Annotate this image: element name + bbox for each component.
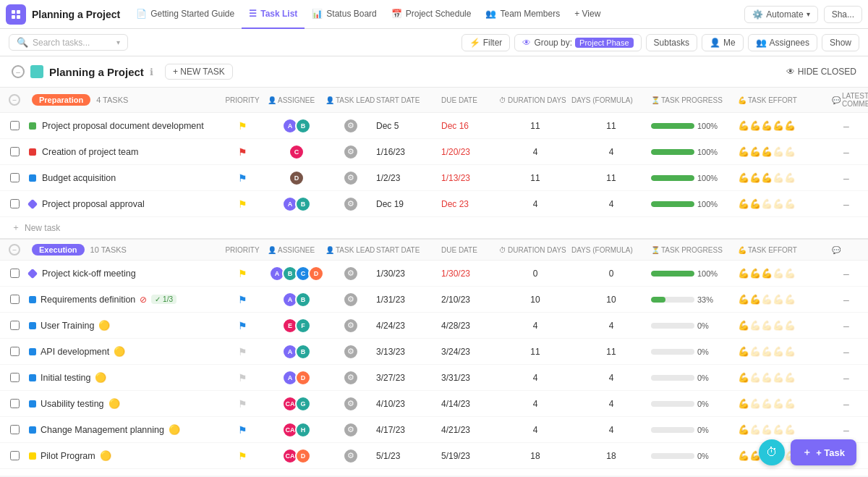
tab-getting-started[interactable]: 📄 Getting Started Guide [129,0,242,29]
task-checkbox[interactable] [10,373,20,382]
tab-team-members[interactable]: 👥 Team Members [478,0,567,29]
task-name[interactable]: Project proposal approval [42,199,145,209]
section-execution: – Execution 10 TASKS PRIORITY 👤ASSIGNEE … [0,238,868,476]
task-checkbox[interactable] [10,199,20,208]
app-logo[interactable] [6,4,26,25]
col-assignee-exec: 👤ASSIGNEE [268,246,326,254]
prep-task-count: 4 TASKS [96,96,128,104]
new-task-button[interactable]: + NEW TASK [165,64,233,80]
task-checkbox[interactable] [10,321,20,330]
me-button[interactable]: 👤 Me [702,34,744,51]
task-checkbox[interactable] [10,269,20,278]
duration: 4 [499,199,571,209]
status-board-icon: 📊 [312,9,323,19]
show-button[interactable]: Show [822,34,859,51]
automate-button[interactable]: ⚙️ Automate ▾ [744,6,817,23]
table-row: Initial testing 🟡 ⚑ A D ⚙ 3/27/23 3/31/2… [0,365,868,391]
filter-button[interactable]: ⚡ Filter [461,34,511,51]
priority-flag[interactable]: ⚑ [238,268,247,279]
task-checkbox[interactable] [10,295,20,304]
chevron-down-icon: ▾ [116,38,120,46]
start-date: Dec 19 [376,199,441,209]
page-title: Planning a Project [49,66,144,78]
task-checkbox[interactable] [10,121,20,130]
priority-flag[interactable]: ⚑ [238,120,247,132]
section-header-preparation: – Preparation 4 TASKS PRIORITY 👤ASSIGNEE… [0,88,868,113]
team-icon: 👥 [485,9,496,19]
task-color-dot [29,174,36,182]
timer-button[interactable]: ⏱ [759,439,785,465]
hide-closed-button[interactable]: 👁 HIDE CLOSED [786,67,856,77]
priority-flag[interactable]: ⚑ [238,146,247,158]
table-row: Requirements definition ⊘ ✓ 1/3 ⚑ A B ⚙ … [0,287,868,313]
task-name[interactable]: Usability testing [41,399,104,409]
task-checkbox[interactable] [10,347,20,356]
table-row: Project kick-off meeting ⚑ A B C D ⚙ 1/3… [0,261,868,287]
schedule-icon: 📅 [391,9,402,19]
subtask-badge[interactable]: ✓ 1/3 [151,295,176,304]
search-box[interactable]: 🔍 Search tasks... ▾ [9,34,128,51]
task-name[interactable]: Budget acquisition [42,173,116,183]
group-by-button[interactable]: 👁 Group by: Project Phase [514,34,641,51]
start-date: 1/2/23 [376,173,441,183]
priority-flag[interactable]: ⚑ [238,294,247,305]
task-checkbox[interactable] [10,173,20,182]
subtasks-button[interactable]: Subtasks [646,34,697,51]
task-name[interactable]: Project proposal document development [42,121,204,131]
due-date: Dec 23 [441,199,499,209]
section-collapse-exec[interactable]: – [0,244,29,256]
tab-status-board[interactable]: 📊 Status Board [305,0,383,29]
days-formula: 11 [571,121,651,131]
section-preparation: – Preparation 4 TASKS PRIORITY 👤ASSIGNEE… [0,88,868,238]
task-name[interactable]: Project kick-off meeting [42,269,136,279]
task-color-dot [27,268,38,278]
assignees-icon: 👥 [756,38,767,48]
tab-view-add[interactable]: + View [567,0,608,29]
col-start-exec: START DATE [376,246,441,254]
toolbar: 🔍 Search tasks... ▾ ⚡ Filter 👁 Group by:… [0,29,868,56]
section-collapse-prep[interactable]: – [0,94,29,106]
task-name[interactable]: Requirements definition [41,295,135,305]
table-row: Project proposal document development ⚑ … [0,113,868,139]
execution-badge: Execution [32,244,85,256]
priority-flag[interactable]: ⚑ [238,172,247,184]
new-task-row[interactable]: ＋ New task [0,217,868,238]
col-task-effort: 💪TASK EFFORT [738,96,832,104]
progress-cell: 100% [651,174,738,182]
task-name[interactable]: Creation of project team [42,147,138,157]
task-lead-avatar: ⚙ [343,196,359,212]
task-name[interactable]: Change Management planning [41,425,164,435]
col-due-exec: DUE DATE [441,246,499,254]
task-name[interactable]: Pilot Program [41,451,95,461]
info-icon[interactable]: ℹ [150,67,153,77]
priority-flag[interactable]: ⚑ [238,198,247,210]
task-lead-avatar: ⚙ [343,118,359,134]
me-icon: 👤 [710,38,720,48]
progress-cell: 100% [651,200,738,208]
task-list-icon: ☰ [249,9,257,19]
task-checkbox[interactable] [10,399,20,408]
task-name[interactable]: Initial testing [41,373,90,383]
collapse-circle[interactable]: – [12,65,25,78]
svg-rect-1 [17,10,20,14]
tab-task-list[interactable]: ☰ Task List [242,0,305,29]
top-nav: Planning a Project 📄 Getting Started Gui… [0,0,868,29]
task-checkbox[interactable] [10,451,20,460]
table-row: Pilot Program 🟡 ⚑ CA D ⚙ 5/1/23 5/19/23 … [0,443,868,469]
tab-project-schedule[interactable]: 📅 Project Schedule [384,0,479,29]
task-color-dot [29,148,36,156]
add-task-button[interactable]: ＋ + Task [791,439,856,465]
doc-icon: 📄 [136,9,147,19]
nav-tabs: 📄 Getting Started Guide ☰ Task List 📊 St… [129,0,741,29]
task-lead-avatar: ⚙ [343,170,359,186]
task-name[interactable]: API development [41,347,109,357]
duration: 11 [499,121,571,131]
task-checkbox[interactable] [10,147,20,156]
task-checkbox[interactable] [10,425,20,434]
col-days-formula: DAYS (FORMULA) [571,96,651,104]
task-name[interactable]: User Training [41,321,94,331]
assignees-button[interactable]: 👥 Assignees [748,34,817,51]
days-formula: 4 [571,147,651,157]
col-task-lead-exec: 👤TASK LEAD [326,246,376,254]
share-button[interactable]: Sha... [824,6,862,23]
